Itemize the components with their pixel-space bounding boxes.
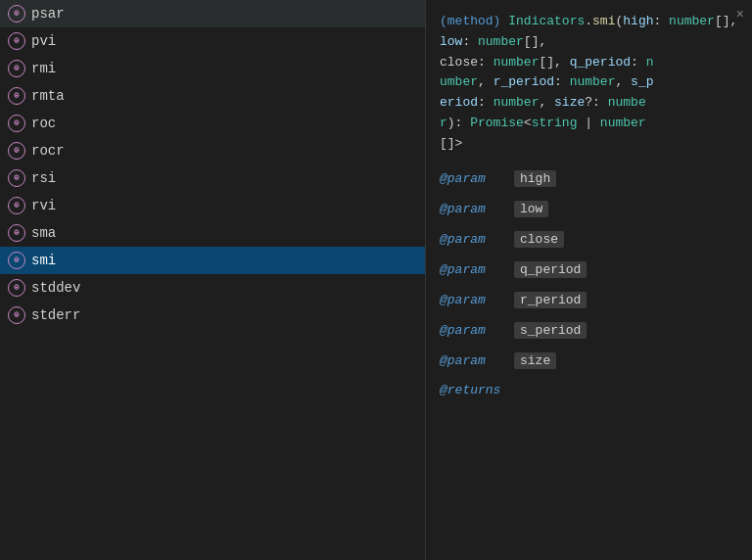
- param-row-low: @paramlow: [440, 201, 738, 217]
- param-name: q_period: [514, 261, 587, 278]
- item-label: stddev: [31, 277, 80, 299]
- method-signature: (method) Indicators.smi(high: number[], …: [440, 12, 738, 155]
- method-icon: ⊕: [8, 32, 25, 50]
- item-label: rmta: [31, 85, 65, 107]
- item-label: psar: [31, 3, 65, 24]
- item-label: sma: [31, 222, 56, 244]
- param-row-r_period: @paramr_period: [440, 292, 738, 308]
- param-name: r_period: [514, 292, 587, 308]
- item-label: smi: [31, 250, 56, 271]
- method-icon: ⊕: [8, 279, 25, 297]
- method-icon: ⊕: [8, 197, 25, 214]
- item-label: pvi: [31, 30, 56, 52]
- item-label: rsi: [31, 167, 56, 189]
- method-icon: ⊕: [8, 306, 25, 324]
- param-name: low: [514, 201, 548, 217]
- param-row-close: @paramclose: [440, 231, 738, 248]
- param-name: close: [514, 231, 564, 248]
- list-item-stderr[interactable]: ⊕stderr: [0, 302, 425, 329]
- returns-tag: @returns: [440, 383, 500, 397]
- method-icon: ⊕: [8, 60, 25, 77]
- main-container: ⊕psar⊕pvi⊕rmi⊕rmta⊕roc⊕rocr⊕rsi⊕rvi⊕sma⊕…: [0, 0, 752, 560]
- param-row-q_period: @paramq_period: [440, 261, 738, 278]
- list-item-rvi[interactable]: ⊕rvi: [0, 192, 425, 219]
- param-row-size: @paramsize: [440, 352, 738, 369]
- list-item-pvi[interactable]: ⊕pvi: [0, 27, 425, 55]
- method-icon: ⊕: [8, 224, 25, 242]
- method-icon: ⊕: [8, 5, 25, 23]
- param-tag: @param: [440, 353, 508, 368]
- method-icon: ⊕: [8, 87, 25, 105]
- list-item-stddev[interactable]: ⊕stddev: [0, 274, 425, 302]
- param-tag: @param: [440, 293, 508, 307]
- method-icon: ⊕: [8, 142, 25, 160]
- item-label: rocr: [31, 140, 65, 162]
- param-tag: @param: [440, 323, 508, 338]
- list-item-smi[interactable]: ⊕smi: [0, 247, 425, 274]
- list-item-sma[interactable]: ⊕sma: [0, 219, 425, 247]
- param-name: size: [514, 352, 556, 369]
- param-tag: @param: [440, 262, 508, 277]
- item-label: stderr: [31, 304, 80, 326]
- param-tag: @param: [440, 232, 508, 247]
- method-icon: ⊕: [8, 169, 25, 187]
- autocomplete-list: ⊕psar⊕pvi⊕rmi⊕rmta⊕roc⊕rocr⊕rsi⊕rvi⊕sma⊕…: [0, 0, 426, 560]
- close-button[interactable]: ×: [736, 8, 744, 22]
- list-item-rmta[interactable]: ⊕rmta: [0, 82, 425, 110]
- param-name: s_period: [514, 322, 587, 339]
- param-tag: @param: [440, 171, 508, 186]
- list-item-roc[interactable]: ⊕roc: [0, 110, 425, 137]
- param-list: @paramhigh@paramlow@paramclose@paramq_pe…: [440, 170, 738, 369]
- list-item-psar[interactable]: ⊕psar: [0, 0, 425, 27]
- param-row-high: @paramhigh: [440, 170, 738, 187]
- param-tag: @param: [440, 202, 508, 216]
- item-label: rvi: [31, 195, 56, 216]
- method-icon: ⊕: [8, 252, 25, 269]
- item-label: rmi: [31, 58, 56, 79]
- list-item-rmi[interactable]: ⊕rmi: [0, 55, 425, 82]
- item-label: roc: [31, 113, 56, 134]
- param-row-s_period: @params_period: [440, 322, 738, 339]
- list-item-rsi[interactable]: ⊕rsi: [0, 164, 425, 192]
- doc-panel: × (method) Indicators.smi(high: number[]…: [426, 0, 752, 560]
- method-icon: ⊕: [8, 115, 25, 132]
- returns-row: @returns: [440, 383, 738, 397]
- param-name: high: [514, 170, 556, 187]
- list-item-rocr[interactable]: ⊕rocr: [0, 137, 425, 164]
